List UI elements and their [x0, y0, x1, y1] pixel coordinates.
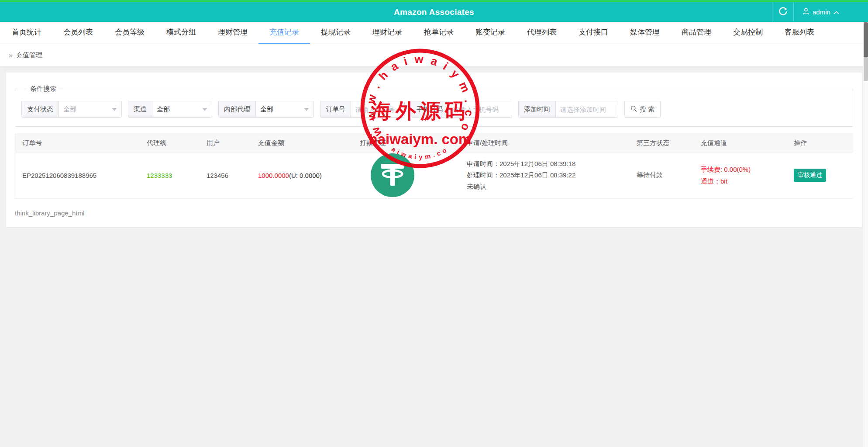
cell-payment-proof [353, 152, 460, 198]
cell-times: 申请时间：2025年12月06日 08:39:18 处理时间：2025年12月0… [460, 152, 630, 198]
col-amount: 充值金额 [251, 134, 353, 152]
chevron-down-icon [202, 108, 207, 111]
tether-icon[interactable] [371, 153, 414, 197]
tab-home-stats[interactable]: 首页统计 [1, 22, 52, 44]
search-legend: 条件搜索 [27, 85, 60, 93]
table-header-row: 订单号 代理线 用户 充值金额 打款凭证 申请/处理时间 第三方状态 充值通道 … [15, 134, 853, 152]
pay-status-label: 支付状态 [22, 101, 59, 117]
approve-button[interactable]: 审核通过 [794, 169, 826, 182]
tab-finance-records[interactable]: 理财记录 [362, 22, 413, 44]
col-payment-proof: 打款凭证 [353, 134, 460, 152]
user-menu[interactable]: admin [803, 2, 839, 22]
process-time: 处理时间：2025年12月06日 08:39:22 [467, 170, 623, 181]
search-icon [630, 105, 637, 113]
col-recharge-channel: 充值通道 [694, 134, 787, 152]
channel-select[interactable]: 渠道 全部 [128, 101, 212, 118]
internal-agent-select[interactable]: 内部代理 全部 [218, 101, 314, 118]
tab-service-list[interactable]: 客服列表 [774, 22, 825, 44]
scrollbar-thumb[interactable] [864, 22, 868, 57]
tab-payment-api[interactable]: 支付接口 [568, 22, 619, 44]
cell-actions: 审核通过 [787, 152, 853, 198]
user-icon [803, 8, 809, 16]
tab-recharge-records[interactable]: 充值记录 [258, 22, 310, 44]
username: admin [813, 8, 830, 16]
search-button[interactable]: 搜 索 [624, 101, 661, 118]
main-nav-tabs: 首页统计 会员列表 会员等级 模式分组 理财管理 充值记录 提现记录 理财记录 … [0, 22, 868, 44]
tab-grab-records[interactable]: 抢单记录 [413, 22, 465, 44]
chevron-down-icon [112, 108, 117, 111]
channel-label: 渠道 [128, 101, 152, 117]
phone-field: 手机号码 [411, 101, 512, 118]
tab-finance-manage[interactable]: 理财管理 [207, 22, 258, 44]
search-button-label: 搜 索 [640, 105, 654, 114]
app-title: Amazon Associates [0, 2, 868, 22]
add-time-label: 添加时间 [519, 101, 556, 117]
cell-order-no: EP202512060839188965 [15, 152, 140, 198]
add-time-input[interactable] [556, 101, 618, 117]
apply-time: 申请时间：2025年12月06日 08:39:18 [467, 158, 623, 170]
cell-user: 123456 [200, 152, 251, 198]
pay-status-select[interactable]: 支付状态 全部 [21, 101, 122, 118]
breadcrumb-arrows-icon: » [9, 52, 13, 59]
scrollbar-thumb-secondary[interactable] [864, 57, 868, 81]
internal-agent-value: 全部 [260, 105, 273, 114]
fee-line: 手续费: 0.00(0%) [701, 163, 780, 175]
amount-value: 1000.0000 [258, 172, 289, 179]
order-no-field: 订单号 [320, 101, 405, 118]
content-card: 条件搜索 支付状态 全部 渠道 全部 内部代理 全部 [6, 73, 862, 227]
tab-member-level[interactable]: 会员等级 [104, 22, 155, 44]
channel-value: 全部 [157, 105, 170, 114]
vertical-scrollbar [863, 22, 868, 447]
table-row: EP202512060839188965 1233333 123456 1000… [15, 152, 853, 198]
col-third-party-status: 第三方状态 [630, 134, 694, 152]
col-user: 用户 [200, 134, 251, 152]
col-apply-process-time: 申请/处理时间 [460, 134, 630, 152]
col-order-no: 订单号 [15, 134, 140, 152]
internal-agent-label: 内部代理 [219, 101, 256, 117]
channel-line: 通道：bit [701, 175, 780, 187]
tab-mode-group[interactable]: 模式分组 [155, 22, 207, 44]
chevron-up-icon [834, 8, 839, 16]
chevron-down-icon [304, 108, 309, 111]
debug-footer-text: think_library_page_html [15, 209, 853, 217]
pay-status-value: 全部 [63, 105, 76, 114]
col-agent-line: 代理线 [140, 134, 200, 152]
breadcrumb: » 充值管理 [0, 44, 868, 66]
cell-third-party-status: 等待付款 [630, 152, 694, 198]
phone-label: 手机号码 [411, 101, 448, 117]
search-fieldset: 条件搜索 支付状态 全部 渠道 全部 内部代理 全部 [15, 85, 853, 127]
col-actions: 操作 [787, 134, 853, 152]
refresh-icon [778, 7, 787, 17]
tab-media-manage[interactable]: 媒体管理 [619, 22, 671, 44]
order-no-label: 订单号 [320, 101, 351, 117]
tab-agent-list[interactable]: 代理列表 [516, 22, 568, 44]
add-time-field: 添加时间 [518, 101, 618, 118]
tab-trade-control[interactable]: 交易控制 [722, 22, 774, 44]
cell-amount: 1000.0000(U: 0.0000) [251, 152, 353, 198]
tab-product-manage[interactable]: 商品管理 [671, 22, 722, 44]
app-header: Amazon Associates admin [0, 2, 868, 22]
records-table: 订单号 代理线 用户 充值金额 打款凭证 申请/处理时间 第三方状态 充值通道 … [15, 134, 853, 199]
amount-usdt: (U: 0.0000) [289, 172, 322, 179]
tab-account-change-records[interactable]: 账变记录 [465, 22, 516, 44]
confirm-status: 未确认 [467, 181, 623, 192]
tab-withdraw-records[interactable]: 提现记录 [310, 22, 362, 44]
cell-agent-line: 1233333 [140, 152, 200, 198]
cell-recharge-channel: 手续费: 0.00(0%) 通道：bit [694, 152, 787, 198]
refresh-button[interactable] [772, 2, 794, 22]
order-no-input[interactable] [351, 101, 404, 117]
tab-member-list[interactable]: 会员列表 [52, 22, 104, 44]
phone-input[interactable] [448, 101, 512, 117]
breadcrumb-label: 充值管理 [16, 51, 42, 59]
